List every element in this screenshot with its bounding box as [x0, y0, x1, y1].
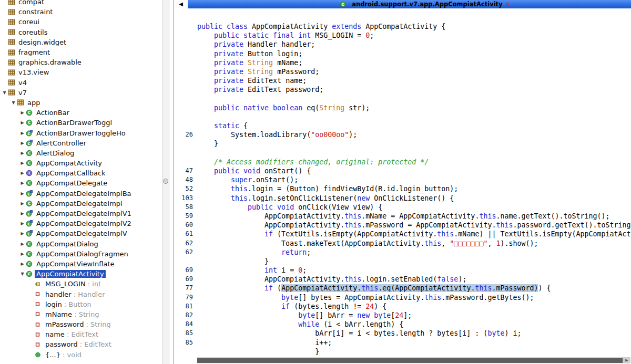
tree-item[interactable]: handler : Handler: [0, 289, 162, 299]
chevron-right-icon[interactable]: ▶: [19, 211, 26, 216]
tree-item[interactable]: ▶CAppCompatDialog: [0, 239, 162, 249]
code-line[interactable]: 58 public void onClick(View view) {: [174, 203, 631, 212]
chevron-right-icon[interactable]: ▶: [19, 262, 26, 266]
scrollbar-right-arrow-icon[interactable]: ▶: [623, 357, 630, 363]
tree-item[interactable]: v4: [0, 78, 162, 88]
chevron-down-icon[interactable]: ▼: [1, 90, 8, 95]
chevron-right-icon[interactable]: ▶: [19, 231, 26, 236]
code-line[interactable]: 84 while (i < bArr.length) {: [174, 320, 631, 329]
tree-item[interactable]: v13.view: [0, 67, 162, 77]
chevron-right-icon[interactable]: ▶: [19, 161, 26, 165]
tree-item[interactable]: constraint: [0, 7, 162, 17]
chevron-right-icon[interactable]: ▶: [19, 191, 26, 196]
code-line[interactable]: 59 AppCompiatActivity.this.mName = AppCo…: [174, 212, 631, 221]
chevron-right-icon[interactable]: ▶: [19, 110, 26, 115]
code-line[interactable]: 81 if (bytes.length != 24) {: [174, 302, 631, 311]
tree-item[interactable]: coreui: [0, 17, 162, 27]
tree-item[interactable]: ▶CAppCompatActivity: [0, 158, 162, 168]
chevron-right-icon[interactable]: ▶: [19, 242, 26, 246]
tree-item[interactable]: name : EditText: [0, 329, 162, 339]
tab-appcompiatactivity[interactable]: C android.support.v7.app.AppCompiatActiv…: [188, 0, 631, 8]
tree-item[interactable]: ▶CAppCompatDelegateImplBa: [0, 189, 162, 199]
code-line[interactable]: }: [174, 139, 631, 148]
chevron-right-icon[interactable]: ▶: [19, 201, 26, 206]
code-line[interactable]: 69 int i = 0;: [174, 266, 631, 275]
tree-item[interactable]: {...} : void: [0, 350, 162, 360]
code-line[interactable]: public native boolean eq(String str);: [174, 103, 631, 112]
code-line[interactable]: 77 if (AppCompiatActivity.this.eq(AppCom…: [174, 284, 631, 293]
chevron-right-icon[interactable]: ▶: [19, 171, 26, 175]
code-line[interactable]: 79 byte[] bytes = AppCompiatActivity.thi…: [174, 293, 631, 302]
tree-item[interactable]: ▶CAppCompatDelegateImplV2: [0, 219, 162, 228]
splitter-knob-icon[interactable]: [163, 179, 168, 184]
code-line[interactable]: 82 byte[] bArr = new byte[24];: [174, 311, 631, 320]
chevron-right-icon[interactable]: ▶: [19, 141, 26, 145]
code-line[interactable]: private EditText password;: [174, 85, 631, 94]
splitter-handle[interactable]: [162, 0, 169, 364]
tree-item[interactable]: mName : String: [0, 309, 162, 319]
chevron-right-icon[interactable]: ▶: [19, 131, 26, 136]
code-line[interactable]: 61 if (TextUtils.isEmpty(AppCompiatActiv…: [174, 230, 631, 238]
tree-item[interactable]: password : EditText: [0, 339, 162, 349]
code-line[interactable]: 69 AppCompiatActivity.this.login.setEnab…: [174, 275, 631, 284]
code-line[interactable]: 85 bArr[i] = i < bytes.length ? bytes[i]…: [174, 329, 631, 338]
code-line[interactable]: [174, 149, 631, 158]
back-button[interactable]: ◀: [174, 0, 188, 8]
chevron-down-icon[interactable]: ▼: [19, 272, 26, 276]
tree-item[interactable]: ▼CAppCompiatActivity: [0, 269, 162, 279]
tree-item[interactable]: ▶CAppCompatDelegate: [0, 178, 162, 188]
chevron-right-icon[interactable]: ▶: [19, 151, 26, 155]
code-line[interactable]: 26 System.loadLibrary("oo000oo");: [174, 130, 631, 139]
tree-item[interactable]: ▶CAlertController: [0, 138, 162, 148]
tree-item[interactable]: ▼v7: [0, 88, 162, 98]
code-line[interactable]: [174, 95, 631, 103]
code-line[interactable]: private EditText name;: [174, 76, 631, 85]
close-icon[interactable]: ✕: [506, 1, 511, 8]
code-line[interactable]: 47 public void onStart() {: [174, 167, 631, 175]
chevron-down-icon[interactable]: ▼: [10, 100, 17, 105]
code-line[interactable]: private String mPassword;: [174, 67, 631, 76]
code-line[interactable]: 52 this.login = (Button) findViewById(R.…: [174, 184, 631, 193]
code-line[interactable]: [174, 112, 631, 121]
code-line[interactable]: 62 Toast.makeText(AppCompiatActivity.thi…: [174, 239, 631, 248]
tree-item[interactable]: graphics.drawable: [0, 57, 162, 67]
code-line[interactable]: private String mName;: [174, 58, 631, 67]
tree-item[interactable]: design.widget: [0, 37, 162, 47]
code-line[interactable]: private Button login;: [174, 49, 631, 58]
tree-item[interactable]: login : Button: [0, 299, 162, 309]
tree-item[interactable]: ▼app: [0, 98, 162, 108]
tree-item[interactable]: coreutils: [0, 27, 162, 37]
code-line[interactable]: 85 i++;: [174, 338, 631, 347]
code-line[interactable]: static {: [174, 121, 631, 130]
tree-item[interactable]: ▶CAppCompatDelegateImplV1: [0, 209, 162, 219]
chevron-right-icon[interactable]: ▶: [19, 221, 26, 226]
code-line[interactable]: /* Access modifiers changed, original: p…: [174, 158, 631, 167]
tree-item[interactable]: mPassword : String: [0, 319, 162, 329]
code-area[interactable]: public class AppCompiatActivity extends …: [174, 8, 631, 364]
scrollbar-thumb[interactable]: [197, 358, 623, 363]
tree-item[interactable]: ▶CAppCompatDialogFragmen: [0, 249, 162, 259]
tree-item[interactable]: fragment: [0, 47, 162, 57]
code-line[interactable]: 62 return;: [174, 248, 631, 257]
tree-item[interactable]: ▶CAppCompatViewInflate: [0, 259, 162, 269]
tree-item[interactable]: ▶CAppCompatDelegateImpl: [0, 199, 162, 209]
code-line[interactable]: public static final int MSG_LOGIN = 0;: [174, 31, 631, 40]
code-line[interactable]: }: [174, 347, 631, 356]
code-line[interactable]: }: [174, 257, 631, 266]
code-line[interactable]: 48 super.onStart();: [174, 175, 631, 184]
chevron-right-icon[interactable]: ▶: [19, 120, 26, 125]
tree-item[interactable]: sMSG_LOGIN : int: [0, 279, 162, 289]
tree-item[interactable]: ▶CAppCompatDelegateImplV: [0, 228, 162, 238]
tree-item[interactable]: ▶IAppCompatCallback: [0, 168, 162, 178]
horizontal-scrollbar[interactable]: ▶: [197, 357, 630, 363]
code-line[interactable]: private Handler handler;: [174, 40, 631, 49]
code-line[interactable]: 60 AppCompiatActivity.this.mPassword = A…: [174, 221, 631, 230]
tree-item[interactable]: ▶CActionBar: [0, 108, 162, 118]
tree-item[interactable]: ▶CActionBarDrawerToggleHo: [0, 128, 162, 138]
chevron-right-icon[interactable]: ▶: [19, 181, 26, 185]
tree-item[interactable]: ▶CActionBarDrawerToggl: [0, 118, 162, 128]
code-line[interactable]: public class AppCompiatActivity extends …: [174, 22, 631, 31]
chevron-right-icon[interactable]: ▶: [19, 252, 26, 256]
tree-item[interactable]: ▶CAlertDialog: [0, 148, 162, 158]
code-line[interactable]: 103 this.login.setOnClickListener(new On…: [174, 194, 631, 203]
